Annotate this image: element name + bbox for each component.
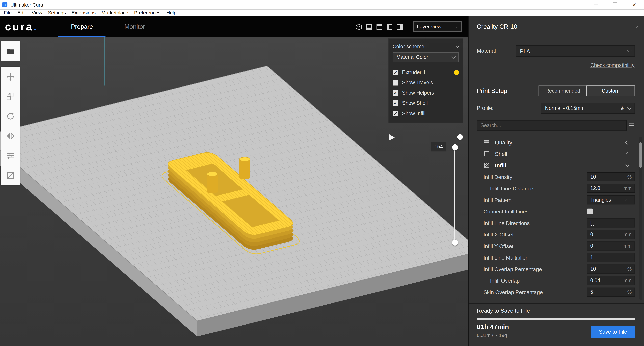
chevron-down-icon: [634, 24, 638, 28]
print-setup-mode-toggle: Recommended Custom: [538, 85, 635, 96]
support-blocker-tool-button[interactable]: [1, 165, 20, 185]
view-right-icon[interactable]: [396, 24, 403, 31]
checkbox-checked-icon[interactable]: ✓: [392, 69, 398, 75]
setting-infill-line-directions: Infill Line Directions[ ]: [468, 217, 638, 229]
play-button[interactable]: [389, 134, 394, 141]
checkbox-icon[interactable]: [392, 80, 398, 85]
menu-view[interactable]: View: [29, 10, 45, 16]
cura-window: C Ultimaker Cura FileEditViewSettingsExt…: [0, 0, 644, 346]
scale-tool-button[interactable]: [1, 86, 20, 106]
profile-label: Profile:: [477, 103, 494, 114]
menu-edit[interactable]: Edit: [14, 10, 29, 16]
per-model-settings-tool-button[interactable]: [1, 146, 20, 165]
move-icon: [6, 72, 14, 81]
menu-help[interactable]: Help: [164, 10, 180, 16]
sim-option-extruder-1[interactable]: ✓Extruder 1: [392, 67, 459, 77]
setting-input[interactable]: 0.04mm: [587, 276, 635, 285]
menu-marketplace[interactable]: Marketplace: [98, 10, 131, 16]
layer-slider-track[interactable]: [454, 147, 456, 243]
machine-selector[interactable]: Creality CR-10: [468, 17, 644, 37]
titlebar: C Ultimaker Cura: [0, 0, 644, 10]
simulation-slider-track[interactable]: [404, 136, 462, 137]
layer-slider-top-handle[interactable]: [452, 144, 458, 150]
setting-input[interactable]: 10%: [587, 172, 635, 182]
star-icon[interactable]: [620, 105, 628, 111]
setting-input[interactable]: 1: [587, 253, 635, 262]
category-infill[interactable]: Infill: [468, 159, 638, 171]
setting-input[interactable]: 12.0mm: [587, 184, 635, 193]
layer-view-checkbox-list: ✓Extruder 1Show Travels✓Show Helpers✓Sho…: [392, 67, 459, 118]
setting-connect-infill-lines: Connect Infill Lines: [468, 206, 638, 217]
check-compatibility-link[interactable]: Check compatibility: [590, 63, 634, 68]
category-quality[interactable]: Quality: [468, 136, 638, 148]
setting-checkbox[interactable]: [587, 209, 593, 214]
setting-input[interactable]: [ ]: [587, 218, 635, 227]
checkbox-checked-icon[interactable]: ✓: [392, 110, 398, 116]
chevron-down-icon: [455, 44, 459, 48]
close-icon: [632, 1, 636, 9]
setting-infill-y-offset: Infill Y Offset0mm: [468, 240, 638, 252]
material-dropdown[interactable]: PLA: [516, 45, 635, 57]
minimize-button[interactable]: [586, 0, 606, 10]
sim-option-show-helpers[interactable]: ✓Show Helpers: [392, 88, 459, 98]
print-setup-title: Print Setup: [477, 85, 507, 96]
maximize-icon: [613, 3, 617, 7]
open-file-button[interactable]: [1, 41, 20, 61]
close-button[interactable]: [625, 0, 644, 10]
setting-infill-density: Infill Density10%: [468, 171, 638, 183]
layer-number-label: 154: [431, 142, 446, 151]
active-tab-underline: [58, 36, 106, 37]
move-tool-button[interactable]: [1, 67, 20, 87]
model-post: [207, 172, 218, 193]
simulation-slider-handle[interactable]: [457, 134, 463, 140]
tab-prepare[interactable]: Prepare: [58, 17, 106, 37]
view-mode-dropdown[interactable]: Layer view: [413, 21, 462, 32]
print-settings-sidebar: Creality CR-10 Material PLA Check compat…: [468, 17, 644, 346]
sim-option-show-infill[interactable]: ✓Show Infill: [392, 108, 459, 118]
view-3d-icon[interactable]: [355, 24, 362, 31]
color-scheme-dropdown[interactable]: Color scheme: [392, 41, 459, 52]
mirror-tool-button[interactable]: [1, 126, 20, 146]
menu-settings[interactable]: Settings: [45, 10, 69, 16]
view-top-icon[interactable]: [376, 24, 383, 31]
setting-input[interactable]: 5%: [587, 288, 635, 297]
recommended-mode-button[interactable]: Recommended: [539, 86, 587, 96]
menu-preferences[interactable]: Preferences: [131, 10, 164, 16]
rotate-tool-button[interactable]: [1, 106, 20, 126]
sim-option-show-shell[interactable]: ✓Show Shell: [392, 98, 459, 108]
setting-dropdown[interactable]: Triangles: [587, 195, 635, 204]
shell-icon: [483, 150, 490, 157]
scale-icon: [6, 92, 14, 100]
setting-infill-pattern: Infill PatternTriangles: [468, 194, 638, 206]
category-shell[interactable]: Shell: [468, 148, 638, 160]
sim-option-show-travels[interactable]: Show Travels: [392, 77, 459, 88]
color-scheme-value-dropdown[interactable]: Material Color: [392, 52, 459, 62]
scrollbar-thumb[interactable]: [640, 142, 642, 168]
settings-filter-menu-icon[interactable]: [628, 122, 635, 129]
setting-input[interactable]: 10%: [587, 265, 635, 274]
view-front-icon[interactable]: [366, 24, 373, 31]
tab-monitor[interactable]: Monitor: [113, 17, 156, 37]
menu-extensions[interactable]: Extensions: [69, 10, 98, 16]
chevron-left-icon: [626, 140, 630, 144]
app-icon: C: [2, 2, 8, 8]
maximize-button[interactable]: [606, 0, 625, 10]
profile-dropdown[interactable]: Normal - 0.15mm: [541, 103, 635, 114]
search-input[interactable]: [477, 120, 627, 131]
layer-slider-bottom-handle[interactable]: [452, 240, 458, 246]
tool-panel: [1, 67, 20, 185]
minimize-icon: [594, 4, 598, 5]
checkbox-checked-icon[interactable]: ✓: [392, 100, 398, 106]
checkbox-checked-icon[interactable]: ✓: [392, 90, 398, 96]
chevron-down-icon: [628, 105, 632, 109]
setting-skin-overlap-percentage: Skin Overlap Percentage5%: [468, 286, 638, 298]
material-usage-estimate: 6.31m / ~ 19g: [477, 332, 507, 338]
view-left-icon[interactable]: [386, 24, 393, 31]
save-to-file-button[interactable]: Save to File: [591, 326, 635, 338]
setting-input[interactable]: 0mm: [587, 242, 635, 251]
menu-file[interactable]: File: [1, 10, 14, 16]
custom-mode-button[interactable]: Custom: [586, 85, 635, 96]
mirror-icon: [6, 131, 14, 140]
rotate-icon: [6, 112, 14, 120]
setting-input[interactable]: 0mm: [587, 230, 635, 239]
